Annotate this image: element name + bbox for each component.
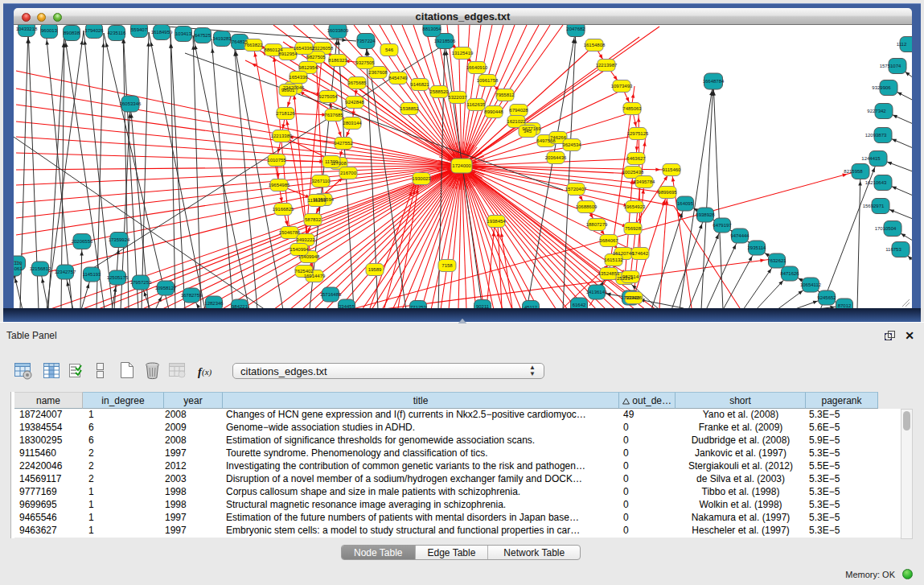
svg-text:(x): (x) (202, 367, 212, 377)
